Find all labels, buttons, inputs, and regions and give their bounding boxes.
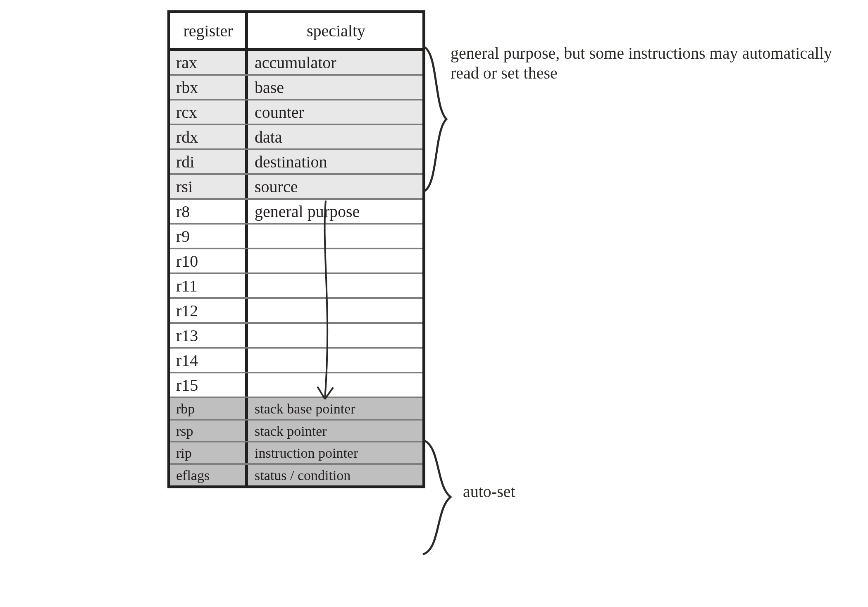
cell-register: rip <box>170 442 248 463</box>
brace-general-purpose <box>422 45 451 194</box>
header-register: register <box>170 13 248 48</box>
table-header-row: register specialty <box>170 13 422 51</box>
cell-specialty: status / condition <box>248 465 422 485</box>
cell-register: eflags <box>170 465 248 485</box>
cell-register: rdi <box>170 150 248 173</box>
cell-specialty: instruction pointer <box>248 442 422 463</box>
registers-table: register specialty raxaccumulatorrbxbase… <box>167 10 425 488</box>
cell-specialty: counter <box>248 100 422 124</box>
cell-register: rdx <box>170 125 248 148</box>
cell-specialty: accumulator <box>248 51 422 74</box>
cell-specialty: source <box>248 175 422 198</box>
cell-register: r8 <box>170 200 248 223</box>
table-row: r12 <box>170 297 422 322</box>
cell-specialty: data <box>248 125 422 148</box>
table-row: r13 <box>170 322 422 347</box>
cell-specialty: stack base pointer <box>248 398 422 419</box>
cell-register: r11 <box>170 274 248 297</box>
brace-auto-set <box>422 438 455 556</box>
cell-specialty <box>248 249 422 272</box>
table-row: r14 <box>170 347 422 372</box>
cell-specialty: base <box>248 76 422 99</box>
cell-register: rsp <box>170 421 248 441</box>
table-row: rbpstack base pointer <box>170 397 422 419</box>
table-row: eflagsstatus / condition <box>170 463 422 485</box>
cell-register: r12 <box>170 299 248 322</box>
cell-specialty <box>248 225 422 248</box>
table-row: rdidestination <box>170 148 422 173</box>
cell-specialty: stack pointer <box>248 421 422 441</box>
note-auto-set: auto-set <box>463 482 628 502</box>
table-row: r11 <box>170 272 422 297</box>
table-row: ripinstruction pointer <box>170 441 422 463</box>
table-row: r15 <box>170 372 422 397</box>
cell-register: r10 <box>170 249 248 272</box>
diagram-canvas: register specialty raxaccumulatorrbxbase… <box>0 0 868 607</box>
cell-specialty: general purpose <box>248 200 422 223</box>
note-general-purpose: general purpose, but some instructions m… <box>451 43 860 83</box>
table-row: rbxbase <box>170 74 422 99</box>
table-row: rdxdata <box>170 124 422 148</box>
cell-specialty <box>248 299 422 322</box>
cell-register: r13 <box>170 324 248 347</box>
cell-register: rcx <box>170 100 248 124</box>
cell-specialty: destination <box>248 150 422 173</box>
table-row: r10 <box>170 248 422 272</box>
cell-specialty <box>248 274 422 297</box>
cell-register: rbp <box>170 398 248 419</box>
cell-register: rsi <box>170 175 248 198</box>
table-row: rsisource <box>170 173 422 198</box>
cell-register: r14 <box>170 349 248 372</box>
cell-specialty <box>248 373 422 397</box>
cell-register: rax <box>170 51 248 74</box>
header-specialty: specialty <box>248 13 422 48</box>
table-row: r8general purpose <box>170 198 422 223</box>
cell-register: r15 <box>170 373 248 397</box>
cell-specialty <box>248 324 422 347</box>
table-row: raxaccumulator <box>170 51 422 74</box>
table-row: rspstack pointer <box>170 419 422 441</box>
cell-specialty <box>248 349 422 372</box>
cell-register: r9 <box>170 225 248 248</box>
cell-register: rbx <box>170 76 248 99</box>
table-row: r9 <box>170 223 422 248</box>
table-row: rcxcounter <box>170 99 422 124</box>
